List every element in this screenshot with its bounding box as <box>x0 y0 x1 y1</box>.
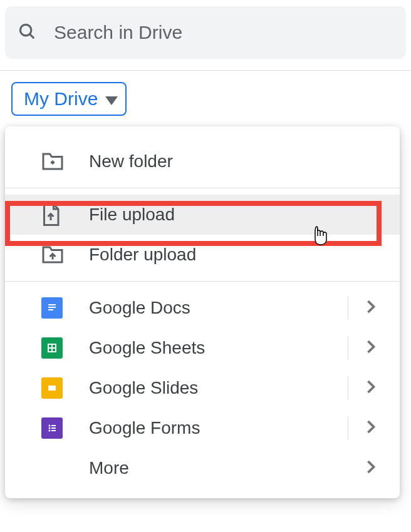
menu-label: Google Slides <box>71 378 348 398</box>
search-input[interactable] <box>54 22 393 43</box>
new-folder-icon <box>41 152 71 171</box>
menu-label: More <box>71 458 366 478</box>
menu-item-file-upload[interactable]: File upload <box>5 195 400 235</box>
dropdown-arrow-icon <box>105 88 118 110</box>
google-forms-icon <box>41 417 71 439</box>
svg-rect-5 <box>48 304 56 305</box>
my-drive-dropdown[interactable]: My Drive <box>11 82 127 116</box>
chevron-right-icon <box>366 339 381 357</box>
file-upload-icon <box>41 203 71 226</box>
menu-divider <box>5 281 400 282</box>
chevron-right-icon <box>366 459 381 477</box>
search-icon <box>18 22 36 43</box>
svg-point-14 <box>49 427 51 429</box>
folder-upload-icon <box>41 245 71 264</box>
google-slides-icon <box>41 377 71 399</box>
google-docs-icon <box>41 297 71 319</box>
menu-item-google-docs[interactable]: Google Docs <box>5 288 400 328</box>
menu-label: New folder <box>71 151 381 171</box>
my-drive-label: My Drive <box>24 88 98 110</box>
menu-label: Folder upload <box>71 245 381 265</box>
menu-item-more[interactable]: More <box>5 448 400 488</box>
svg-rect-15 <box>51 427 56 429</box>
menu-item-new-folder[interactable]: New folder <box>5 141 400 182</box>
menu-divider <box>5 188 400 188</box>
menu-label: Google Docs <box>71 298 348 318</box>
svg-rect-17 <box>51 430 56 431</box>
svg-point-12 <box>49 425 51 427</box>
menu-label: File upload <box>71 205 381 225</box>
menu-label: Google Sheets <box>71 338 348 358</box>
svg-rect-11 <box>48 386 56 391</box>
new-menu: New folder File upload Folder upload <box>5 126 400 498</box>
menu-item-google-slides[interactable]: Google Slides <box>5 368 400 408</box>
svg-rect-13 <box>51 425 56 426</box>
menu-item-google-forms[interactable]: Google Forms <box>5 408 400 448</box>
svg-rect-7 <box>48 309 53 310</box>
submenu-divider <box>348 337 348 359</box>
svg-rect-6 <box>48 307 56 308</box>
submenu-divider <box>348 297 348 319</box>
svg-point-0 <box>20 24 31 36</box>
submenu-divider <box>348 377 348 399</box>
menu-label: Google Forms <box>71 418 348 438</box>
menu-item-folder-upload[interactable]: Folder upload <box>5 235 400 275</box>
google-sheets-icon <box>41 337 71 359</box>
chevron-right-icon <box>366 299 381 317</box>
menu-item-google-sheets[interactable]: Google Sheets <box>5 328 400 368</box>
svg-line-1 <box>29 34 34 38</box>
submenu-divider <box>348 417 348 439</box>
chevron-right-icon <box>366 379 381 397</box>
divider <box>0 70 411 71</box>
chevron-right-icon <box>366 419 381 437</box>
svg-marker-2 <box>105 96 118 105</box>
svg-point-16 <box>49 430 51 432</box>
search-bar[interactable] <box>5 6 406 59</box>
